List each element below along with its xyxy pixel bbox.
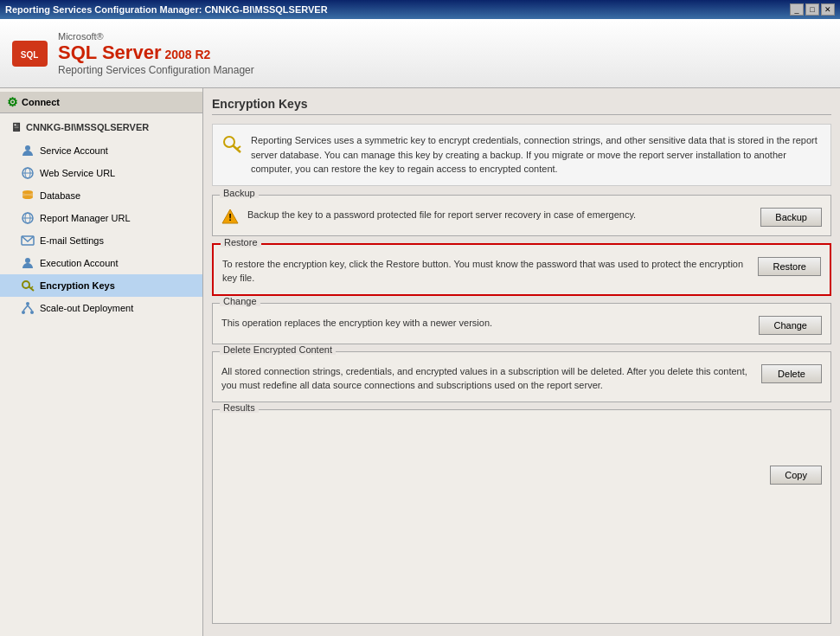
delete-encrypted-label: Delete Encrypted Content xyxy=(220,344,336,355)
svg-line-20 xyxy=(23,305,28,311)
svg-point-8 xyxy=(22,196,33,199)
backup-text: Backup the key to a password protected f… xyxy=(247,208,752,222)
service-account-icon xyxy=(21,144,35,157)
database-label: Database xyxy=(40,190,80,201)
restore-text: To restore the encryption key, click the… xyxy=(222,257,749,286)
restore-section: Restore To restore the encryption key, c… xyxy=(212,243,831,296)
email-settings-label: E-mail Settings xyxy=(40,235,104,246)
results-content: Copy xyxy=(213,410,830,624)
backup-section-label: Backup xyxy=(220,188,259,198)
info-box: Reporting Services uses a symmetric key … xyxy=(212,124,831,186)
sidebar-item-email-settings[interactable]: E-mail Settings xyxy=(0,229,202,252)
brand-version: 2008 R2 xyxy=(164,48,210,61)
sidebar: ⚙ Connect 🖥 CNNKG-BI\MSSQLSERVER Service… xyxy=(0,88,203,636)
sidebar-item-web-service-url[interactable]: Web Service URL xyxy=(0,162,202,184)
svg-point-19 xyxy=(30,311,34,314)
sidebar-connect[interactable]: ⚙ Connect xyxy=(0,92,202,113)
execution-account-icon xyxy=(21,256,35,270)
change-section-content: This operation replaces the encryption k… xyxy=(213,304,830,344)
scale-out-deployment-label: Scale-out Deployment xyxy=(40,303,133,313)
main-content: Encryption Keys Reporting Services uses … xyxy=(203,88,840,636)
svg-point-13 xyxy=(25,258,30,263)
web-service-url-icon xyxy=(21,166,35,180)
key-info-icon xyxy=(221,133,242,154)
delete-encrypted-text: All stored connection strings, credentia… xyxy=(221,364,753,393)
svg-point-18 xyxy=(22,311,25,314)
svg-line-16 xyxy=(31,286,33,288)
maximize-button[interactable]: □ xyxy=(805,3,819,16)
results-section: Results Copy xyxy=(212,409,831,625)
app-header: SQL Microsoft® SQL Server 2008 R2 Report… xyxy=(0,19,840,88)
svg-text:SQL: SQL xyxy=(21,50,39,60)
backup-warning-icon: ! xyxy=(221,208,239,225)
info-text: Reporting Services uses a symmetric key … xyxy=(251,133,822,177)
server-icon: 🖥 xyxy=(10,120,22,134)
page-title: Encryption Keys xyxy=(212,97,831,115)
app-title: Microsoft® SQL Server 2008 R2 Reporting … xyxy=(58,31,254,76)
encryption-keys-label: Encryption Keys xyxy=(40,280,115,291)
sidebar-item-execution-account[interactable]: Execution Account xyxy=(0,252,202,274)
database-icon xyxy=(21,189,35,202)
delete-encrypted-section: Delete Encrypted Content All stored conn… xyxy=(212,351,831,402)
backup-section: Backup ! Backup the key to a password pr… xyxy=(212,195,831,236)
service-account-label: Service Account xyxy=(40,145,108,156)
results-label: Results xyxy=(220,402,259,413)
title-bar-buttons[interactable]: _ □ ✕ xyxy=(790,3,835,16)
change-button[interactable]: Change xyxy=(759,316,822,335)
connect-icon: ⚙ xyxy=(7,95,18,109)
restore-section-label: Restore xyxy=(221,237,261,247)
sidebar-item-encryption-keys[interactable]: Encryption Keys xyxy=(0,274,202,297)
sidebar-item-report-manager-url[interactable]: Report Manager URL xyxy=(0,207,202,229)
svg-text:!: ! xyxy=(228,212,232,222)
change-section: Change This operation replaces the encry… xyxy=(212,303,831,344)
minimize-button[interactable]: _ xyxy=(790,3,804,16)
svg-point-17 xyxy=(26,302,29,305)
delete-button[interactable]: Delete xyxy=(761,364,822,383)
encryption-keys-icon xyxy=(21,279,35,292)
restore-section-content: To restore the encryption key, click the… xyxy=(214,245,830,294)
svg-line-24 xyxy=(237,146,240,149)
delete-encrypted-content: All stored connection strings, credentia… xyxy=(213,352,830,402)
execution-account-label: Execution Account xyxy=(40,258,119,268)
report-manager-url-label: Report Manager URL xyxy=(40,213,131,223)
scale-out-deployment-icon xyxy=(21,301,35,315)
sidebar-item-service-account[interactable]: Service Account xyxy=(0,139,202,162)
sidebar-server: 🖥 CNNKG-BI\MSSQLSERVER xyxy=(0,117,202,138)
report-manager-url-icon xyxy=(21,211,35,225)
restore-button[interactable]: Restore xyxy=(758,257,821,276)
copy-button[interactable]: Copy xyxy=(770,466,822,485)
change-section-label: Change xyxy=(220,296,260,306)
title-bar-text: Reporting Services Configuration Manager… xyxy=(5,4,328,15)
sidebar-item-scale-out-deployment[interactable]: Scale-out Deployment xyxy=(0,297,202,319)
main-layout: ⚙ Connect 🖥 CNNKG-BI\MSSQLSERVER Service… xyxy=(0,88,840,636)
backup-section-content: ! Backup the key to a password protected… xyxy=(213,196,830,235)
svg-line-21 xyxy=(28,305,32,311)
connect-label: Connect xyxy=(22,97,60,107)
server-label: CNNKG-BI\MSSQLSERVER xyxy=(26,122,149,132)
web-service-url-label: Web Service URL xyxy=(40,168,115,178)
backup-button[interactable]: Backup xyxy=(760,208,822,227)
svg-point-2 xyxy=(25,145,30,151)
email-settings-icon xyxy=(21,234,35,247)
close-button[interactable]: ✕ xyxy=(821,3,835,16)
sql-server-logo: SQL xyxy=(10,34,49,73)
brand-sql: SQL Server xyxy=(58,42,161,64)
brand-subtitle: Reporting Services Configuration Manager xyxy=(58,64,254,76)
sidebar-item-database[interactable]: Database xyxy=(0,184,202,207)
logo-area: SQL Microsoft® SQL Server 2008 R2 Report… xyxy=(10,31,254,76)
title-bar: Reporting Services Configuration Manager… xyxy=(0,0,840,19)
change-text: This operation replaces the encryption k… xyxy=(221,316,750,331)
